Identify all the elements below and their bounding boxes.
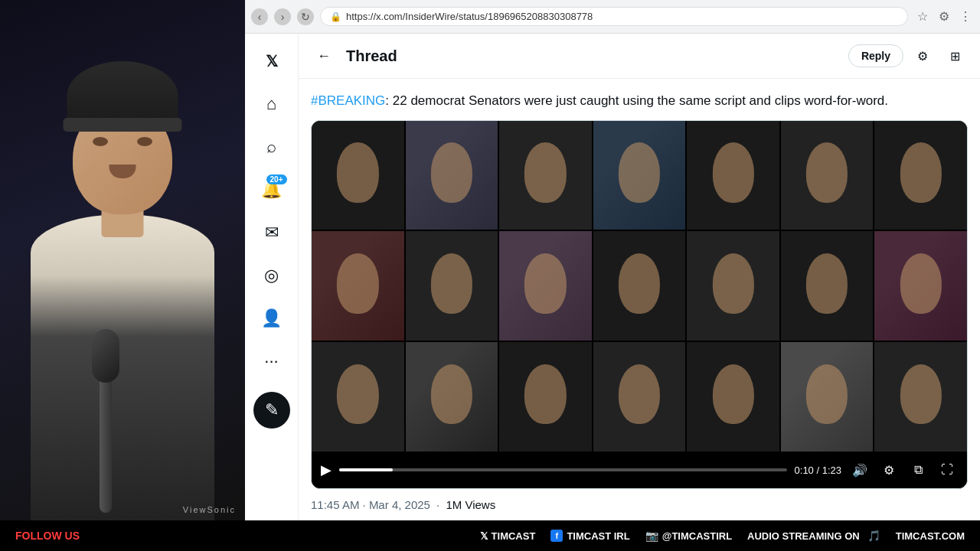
sidebar-item-messages[interactable]: ✉ <box>253 214 290 251</box>
sidebar-item-profile[interactable]: 👤 <box>253 300 290 337</box>
video-cell-12 <box>687 231 779 341</box>
volume-button[interactable]: 🔊 <box>849 459 871 481</box>
timcast-irl-label: TIMCAST IRL <box>567 530 629 542</box>
sidebar-item-more[interactable]: ··· <box>253 343 290 380</box>
browser-panel: ‹ › ↻ 🔒 https://x.com/InsiderWire/status… <box>245 0 980 520</box>
video-cell-21 <box>874 342 967 452</box>
video-time: 0:10 / 1:23 <box>795 465 841 476</box>
filter-button[interactable]: ⚙ <box>910 43 936 69</box>
video-cell-15 <box>312 342 404 452</box>
grok-icon: ◎ <box>264 266 279 285</box>
video-cell-3 <box>499 121 592 230</box>
forward-button[interactable]: › <box>274 8 291 25</box>
video-cell-13 <box>781 231 874 341</box>
profile-icon: 👤 <box>261 308 282 328</box>
tweet-text: #BREAKING: 22 democrat Senators were jus… <box>311 91 968 111</box>
audio-label: AUDIO STREAMING ON <box>747 530 860 542</box>
bookmark-button[interactable]: ☆ <box>914 8 931 25</box>
sidebar-item-grok[interactable]: ◎ <box>253 257 290 294</box>
video-cell-17 <box>499 342 592 452</box>
video-progress-bar[interactable] <box>339 468 787 471</box>
follow-text: FOLLOW US <box>15 530 80 542</box>
follow-us-label: FOLLOW US <box>15 529 80 543</box>
compose-button[interactable]: ✎ <box>253 392 290 429</box>
home-icon: ⌂ <box>266 94 276 114</box>
notification-badge: 20+ <box>266 174 287 184</box>
timcastirl-instagram-label: @TIMCASTIRL <box>662 530 732 542</box>
settings-button[interactable]: ⚙ <box>878 459 900 481</box>
url-text: https://x.com/InsiderWire/status/1896965… <box>346 11 593 22</box>
video-cell-9 <box>406 231 498 341</box>
video-cell-8 <box>312 231 404 341</box>
spotify-icon: 🎵 <box>867 530 880 542</box>
more-icon: ··· <box>264 351 278 371</box>
refresh-button[interactable]: ↻ <box>297 8 314 25</box>
sidebar-item-search[interactable]: ⌕ <box>253 129 290 165</box>
sidebar-item-home[interactable]: ⌂ <box>253 86 290 122</box>
video-container[interactable]: ▶ 0:10 / 1:23 🔊 ⚙ ⧉ ⛶ <box>311 120 968 490</box>
video-cell-16 <box>406 342 498 452</box>
back-arrow-icon: ← <box>317 48 331 64</box>
bottom-bar: FOLLOW US 𝕏 TIMCAST f TIMCAST IRL 📷 @TIM… <box>0 520 980 551</box>
video-cell-5 <box>687 121 779 230</box>
compose-icon: ✎ <box>265 400 279 420</box>
sidebar-item-notifications[interactable]: 🔔 20+ <box>253 171 290 208</box>
website-link[interactable]: TIMCAST.COM <box>896 530 965 542</box>
search-icon: ⌕ <box>266 137 276 157</box>
tweet-views: 1M Views <box>446 498 495 511</box>
brand-label: ViewSonic <box>183 505 236 514</box>
video-cell-20 <box>781 342 874 452</box>
fullscreen-button[interactable]: ⛶ <box>936 459 958 481</box>
thread-content: ← Thread Reply ⚙ ⊞ <box>299 34 980 520</box>
video-grid <box>312 121 967 452</box>
timcast-site-label: TIMCAST.COM <box>896 530 965 542</box>
video-cell-19 <box>687 342 779 452</box>
video-progress-fill <box>339 468 393 471</box>
tweet-meta: 11:45 AM · Mar 4, 2025 · 1M Views <box>311 498 968 511</box>
play-button[interactable]: ▶ <box>321 461 332 478</box>
x-logo-icon: 𝕏 <box>266 52 278 70</box>
video-cell-10 <box>499 231 592 341</box>
video-cell-4 <box>593 121 686 230</box>
social-links: 𝕏 TIMCAST f TIMCAST IRL 📷 @TIMCASTIRL AU… <box>480 530 965 542</box>
pip-button[interactable]: ⧉ <box>907 459 929 481</box>
video-cell-14 <box>874 231 967 341</box>
twitter-sidebar: 𝕏 ⌂ ⌕ 🔔 20+ ✉ ◎ 👤 <box>245 34 299 520</box>
layout-button[interactable]: ⊞ <box>942 43 968 69</box>
audio-streaming: AUDIO STREAMING ON 🎵 <box>747 530 880 542</box>
sidebar-item-home-x[interactable]: 𝕏 <box>253 43 290 80</box>
filter-icon: ⚙ <box>917 49 928 64</box>
instagram-icon: 📷 <box>645 530 658 542</box>
video-cell-11 <box>593 231 686 341</box>
tweet-text-body: : 22 democrat Senators were just caught … <box>385 93 888 108</box>
back-arrow-button[interactable]: ← <box>311 43 337 69</box>
video-cell-2 <box>406 121 498 230</box>
address-bar[interactable]: 🔒 https://x.com/InsiderWire/status/18969… <box>320 7 908 26</box>
webcam-panel: ViewSonic <box>0 0 245 520</box>
thread-header: ← Thread Reply ⚙ ⊞ <box>299 34 980 79</box>
instagram-link[interactable]: 📷 @TIMCASTIRL <box>645 530 732 542</box>
back-button[interactable]: ‹ <box>251 8 268 25</box>
twitter-link[interactable]: 𝕏 TIMCAST <box>480 530 536 542</box>
hashtag[interactable]: #BREAKING <box>311 93 385 108</box>
facebook-icon: f <box>550 530 563 542</box>
tweet-timestamp: 11:45 AM · Mar 4, 2025 <box>311 498 430 511</box>
video-cell-18 <box>593 342 686 452</box>
layout-icon: ⊞ <box>950 49 960 64</box>
tweet-body: #BREAKING: 22 democrat Senators were jus… <box>299 79 980 520</box>
facebook-link[interactable]: f TIMCAST IRL <box>550 530 629 542</box>
thread-title: Thread <box>346 47 397 65</box>
reply-button[interactable]: Reply <box>848 44 903 67</box>
video-cell-1 <box>312 121 404 230</box>
video-cell-7 <box>874 121 967 230</box>
video-controls: ▶ 0:10 / 1:23 🔊 ⚙ ⧉ ⛶ <box>312 452 967 488</box>
browser-chrome: ‹ › ↻ 🔒 https://x.com/InsiderWire/status… <box>245 0 980 34</box>
menu-button[interactable]: ⋮ <box>957 8 974 25</box>
extensions-button[interactable]: ⚙ <box>936 8 952 25</box>
video-cell-6 <box>781 121 874 230</box>
timcast-twitter-label: TIMCAST <box>492 530 536 542</box>
mail-icon: ✉ <box>265 223 279 243</box>
x-small-icon: 𝕏 <box>480 530 488 542</box>
